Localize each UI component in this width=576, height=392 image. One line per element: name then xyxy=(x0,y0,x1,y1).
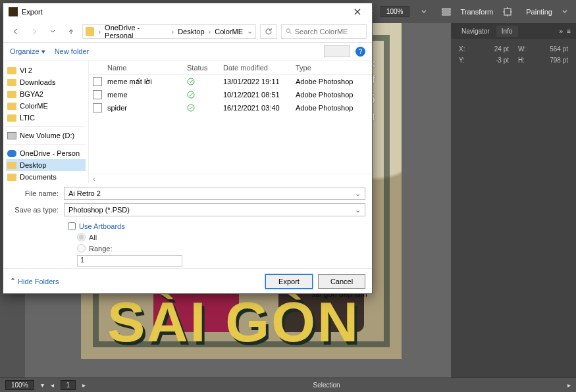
tree-node-label: LTIC xyxy=(20,114,35,122)
document-icon xyxy=(93,90,102,99)
col-date[interactable]: Date modified xyxy=(223,64,296,72)
tree-node[interactable]: Desktop xyxy=(6,159,86,171)
poster-hero-text: SÀI GÒN xyxy=(107,289,375,355)
search-input[interactable] xyxy=(295,28,362,36)
opacity-value[interactable]: 100% xyxy=(380,6,409,17)
saveas-select[interactable]: Photoshop (*.PSD)⌄ xyxy=(64,203,365,216)
file-list-scrollbar[interactable]: ‹ xyxy=(89,174,372,183)
tree-node-label: New Volume (D:) xyxy=(20,132,74,139)
view-mode-button[interactable] xyxy=(324,45,350,57)
artboard-nav-prev-icon[interactable]: ◂ xyxy=(51,381,54,389)
help-icon[interactable]: ? xyxy=(355,47,365,57)
tree-node[interactable]: Documents xyxy=(6,171,86,183)
artboard-index[interactable]: 1 xyxy=(61,380,76,390)
info-y-value: -3 pt xyxy=(496,57,509,64)
app-icon xyxy=(9,7,18,16)
workspace-chevron-icon[interactable] xyxy=(562,9,568,15)
folder-tree[interactable]: Vl 2DownloadsBGYA2ColorMELTICNew Volume … xyxy=(3,61,89,183)
file-date: 10/12/2021 08:51 xyxy=(223,91,296,99)
tree-node[interactable]: New Volume (D:) xyxy=(6,130,86,141)
tree-node[interactable]: ColorME xyxy=(6,100,86,112)
svg-rect-2 xyxy=(442,14,450,15)
dialog-titlebar[interactable]: Export xyxy=(3,3,372,20)
dialog-toolbar: Organize ▾ New folder ? xyxy=(3,43,372,60)
filename-input[interactable]: Ai Retro 2⌄ xyxy=(64,187,365,200)
col-type[interactable]: Type xyxy=(296,64,368,72)
zoom-chevron-icon[interactable]: ▾ xyxy=(41,381,44,389)
new-folder-button[interactable]: New folder xyxy=(55,47,90,55)
organize-button[interactable]: Organize ▾ xyxy=(10,47,45,56)
tree-node[interactable]: OneDrive - Person xyxy=(6,147,86,159)
search-box[interactable] xyxy=(281,24,367,39)
crumb-colorme[interactable]: ColorME xyxy=(212,28,246,36)
folder-icon xyxy=(7,174,16,181)
tree-node[interactable]: LTIC xyxy=(6,112,86,124)
panel-tab-strip: Navigator Info » ≡ xyxy=(451,23,576,39)
file-row[interactable]: meme10/12/2021 08:51Adobe Photoshop xyxy=(89,88,372,101)
folder-icon xyxy=(7,67,16,74)
zoom-value[interactable]: 100% xyxy=(5,380,34,390)
panel-menu-icon[interactable]: ≡ xyxy=(567,28,571,35)
file-date: 13/01/2022 19:11 xyxy=(223,78,296,86)
crumb-onedrive[interactable]: OneDrive - Personal xyxy=(102,24,170,39)
hide-folders-link[interactable]: Hide Folders xyxy=(18,278,59,285)
breadcrumb[interactable]: › OneDrive - Personal › Desktop › ColorM… xyxy=(82,24,256,39)
use-artboards-checkbox[interactable] xyxy=(68,222,76,230)
export-button[interactable]: Export xyxy=(265,274,313,289)
nav-back-icon[interactable] xyxy=(9,24,23,39)
file-type: Adobe Photoshop xyxy=(296,104,368,112)
svg-rect-3 xyxy=(504,9,511,15)
range-input: 1 xyxy=(77,255,182,267)
poster-figure-right xyxy=(390,141,402,332)
info-h-label: H: xyxy=(518,57,525,64)
document-icon xyxy=(93,103,102,112)
panel-collapse-icon[interactable]: » xyxy=(560,28,563,35)
svg-rect-1 xyxy=(442,11,450,12)
tree-node[interactable]: Downloads xyxy=(6,76,86,88)
file-type: Adobe Photoshop xyxy=(296,78,368,86)
cancel-button[interactable]: Cancel xyxy=(318,274,365,289)
artboard-nav-next-icon[interactable]: ▸ xyxy=(82,381,86,389)
tree-node-label: BGYA2 xyxy=(20,90,43,98)
status-scroll-right-icon[interactable]: ▸ xyxy=(567,381,571,389)
file-row[interactable]: spider16/12/2021 03:40Adobe Photoshop xyxy=(89,101,372,114)
file-type: Adobe Photoshop xyxy=(296,91,368,99)
info-y-label: Y: xyxy=(459,57,465,64)
chevron-down-icon[interactable]: ⌄ xyxy=(355,206,361,214)
align-icon[interactable] xyxy=(438,4,454,20)
use-artboards-label[interactable]: Use Artboards xyxy=(79,222,125,230)
transform-icon[interactable] xyxy=(500,4,515,20)
tab-navigator[interactable]: Navigator xyxy=(456,26,495,37)
dialog-title: Export xyxy=(22,8,43,16)
right-panels: Navigator Info » ≡ X:24 pt W:564 pt Y:-3… xyxy=(451,23,576,378)
drive-icon xyxy=(7,132,16,139)
refresh-button[interactable] xyxy=(260,24,277,39)
cloud-icon xyxy=(7,150,16,157)
tree-node[interactable]: Vl 2 xyxy=(6,64,86,76)
nav-up-icon[interactable] xyxy=(64,24,78,39)
file-row[interactable]: meme mất lời13/01/2022 19:11Adobe Photos… xyxy=(89,75,372,88)
file-list-header[interactable]: Name Status Date modified Type xyxy=(89,61,372,75)
tree-node-label: Vl 2 xyxy=(20,66,32,74)
chevron-down-icon[interactable]: ⌄ xyxy=(355,189,361,198)
svg-point-4 xyxy=(286,29,290,33)
tab-info[interactable]: Info xyxy=(496,26,518,37)
tree-node[interactable]: BGYA2 xyxy=(6,88,86,100)
dialog-footer: ⌃ Hide Folders Export Cancel xyxy=(3,268,372,293)
status-mode-label: Selection xyxy=(313,381,340,389)
nav-up-chevron-icon[interactable] xyxy=(45,24,60,39)
dialog-navbar: › OneDrive - Personal › Desktop › ColorM… xyxy=(3,20,372,43)
col-name[interactable]: Name xyxy=(107,64,187,72)
transform-label[interactable]: Transform xyxy=(461,8,494,16)
folder-icon xyxy=(7,162,16,169)
workspace-label[interactable]: Painting xyxy=(526,8,552,16)
opacity-chevron-icon[interactable] xyxy=(416,4,432,20)
crumb-desktop[interactable]: Desktop xyxy=(175,28,207,36)
file-list-rows: meme mất lời13/01/2022 19:11Adobe Photos… xyxy=(89,75,372,174)
sync-ok-icon xyxy=(187,104,223,112)
close-icon[interactable] xyxy=(348,5,367,19)
info-x-value: 24 pt xyxy=(494,45,509,53)
status-bar: 100% ▾ ◂ 1 ▸ Selection ▸ xyxy=(0,378,576,392)
col-status[interactable]: Status xyxy=(187,64,223,72)
hide-folders-caret-icon[interactable]: ⌃ xyxy=(10,277,16,285)
